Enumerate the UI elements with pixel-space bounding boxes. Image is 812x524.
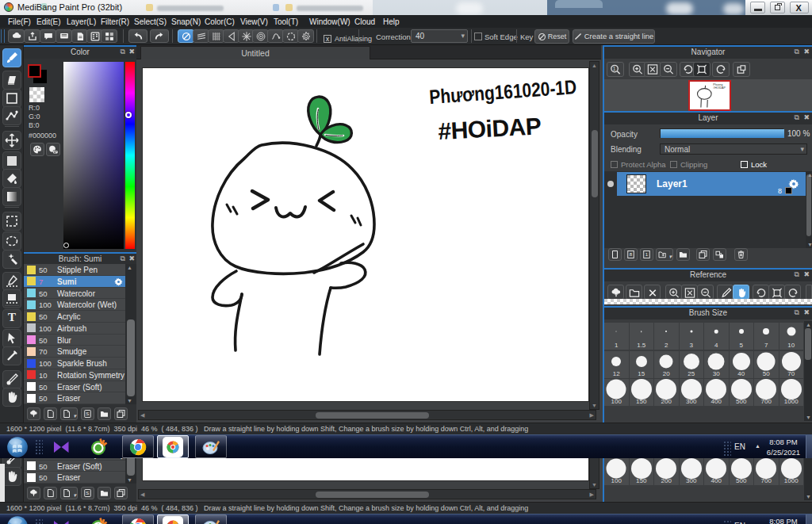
svg-text:#HOIDAP: #HOIDAP [713,86,726,90]
svg-text:Phương161020-1D: Phương161020-1D [428,75,577,108]
svg-text:1: 1 [645,252,649,257]
svg-text:1: 1 [613,66,616,71]
svg-text:8: 8 [630,252,633,257]
svg-text:#HOiDAP: #HOiDAP [438,113,542,144]
svg-text:S: S [86,411,89,416]
svg-text:Phuong: Phuong [713,83,722,86]
svg-text:S: S [86,491,89,495]
